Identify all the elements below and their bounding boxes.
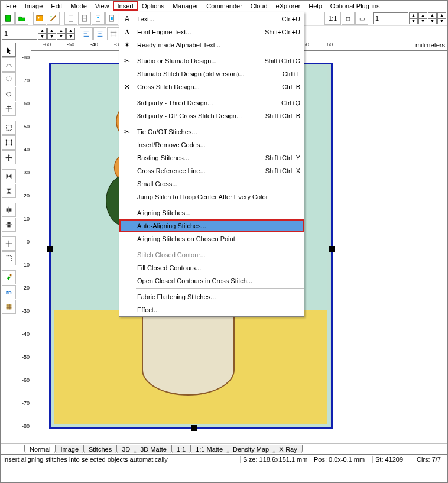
menuitem-font-engine-text[interactable]: 𝐀Font Engine Text...Shift+Ctrl+U [119,25,304,38]
menu-image[interactable]: Image [21,2,47,10]
tool-lasso[interactable] [2,72,16,86]
status-size: Size: 118.6x151.1 mm [241,456,311,463]
svg-point-3 [51,16,52,17]
menu-insert[interactable]: Insert [113,1,138,11]
viewtab-x-ray[interactable]: X-Ray [274,445,303,453]
tb2-spin-3[interactable]: ▲▼ [57,28,66,40]
menuitem-label: Insert/Remove Codes... [137,141,300,148]
tb-spin-1[interactable]: ▲▼ [409,12,418,24]
resize-handle-bottom[interactable] [191,425,197,431]
tool-align-cross[interactable] [2,236,16,251]
menu-help[interactable]: Help [304,2,326,10]
hruler-tick: 60 [327,41,333,47]
tool-pan[interactable] [2,150,16,164]
tb2-spin-1[interactable]: ▲▼ [38,28,47,40]
menuitem-fill-closed-contours[interactable]: Fill Closed Contours... [119,261,304,274]
menuitem-effect[interactable]: Effect... [119,303,304,316]
menu-edit[interactable]: Edit [47,2,66,10]
status-stitches: St: 41209 [373,456,414,463]
resize-handle-right[interactable] [329,246,335,252]
tool-guides[interactable] [2,251,16,265]
menuitem-jump-stitch-to-hoop-center-after-every-color[interactable]: Jump Stitch to Hoop Center After Every C… [119,190,304,203]
tool-3d[interactable]: 3D [2,285,16,299]
menu-manager[interactable]: Manager [168,2,202,10]
menu-file[interactable]: File [2,2,21,10]
menu-explorer[interactable]: eXplorer [272,2,305,10]
menu-view[interactable]: View [91,2,113,10]
cross-stitch-icon: ✕ [122,82,132,92]
viewtab-stitches[interactable]: Stitches [83,445,117,453]
vruler-tick: 20 [24,193,30,199]
menuitem-label: Effect... [137,306,300,313]
menuitem-tie-on-off-stitches[interactable]: ✂Tie On/Off Stitches... [119,125,304,138]
tb-zoom-1to1[interactable]: 1:1 [324,12,341,25]
tb-number-field[interactable] [373,12,408,24]
menuitem-cross-stitch-design[interactable]: ✕Cross Stitch Design...Ctrl+B [119,80,304,93]
tool-rotate[interactable] [2,87,16,101]
tool-transform[interactable] [2,135,16,150]
menuitem-basting-stitches[interactable]: Basting Stitches...Shift+Ctrl+Y [119,151,304,164]
menu-commander[interactable]: Commander [202,2,246,10]
menuitem-cross-reference-line[interactable]: Cross Reference Line...Shift+Ctrl+X [119,164,304,177]
tb-page-c[interactable] [92,12,105,25]
viewtab-image[interactable]: Image [55,445,84,453]
viewtab-density-map[interactable]: Density Map [228,445,274,453]
tool-paint[interactable] [2,270,16,284]
menuitem-insert-remove-codes[interactable]: Insert/Remove Codes... [119,138,304,151]
menu-options[interactable]: Options [138,2,168,10]
menuitem-open-closed-contours-in-cross-stitch[interactable]: Open Closed Contours in Cross Stitch... [119,274,304,287]
viewtab-1-1[interactable]: 1:1 [171,445,191,453]
tb2-spin-2[interactable]: ▲▼ [47,28,56,40]
tool-texture[interactable] [2,300,16,314]
tb-page-a[interactable] [64,12,77,25]
menuitem-small-cross[interactable]: Small Cross... [119,177,304,190]
tool-flip-v[interactable] [2,184,16,198]
menuitem-auto-aligning-stitches[interactable]: Auto-Aligning Stitches... [119,219,304,232]
tb-page-d[interactable] [105,12,118,25]
tb-wizard[interactable] [47,12,60,25]
tool-freehand[interactable] [2,57,16,72]
menuitem-label: Aligning Stitches on Chosen Point [137,235,300,242]
ruler-unit-label: milimeters [415,41,445,48]
tool-move-square[interactable] [2,102,16,116]
menu-mode[interactable]: Mode [66,2,91,10]
tb-spin-2[interactable]: ▲▼ [418,12,427,24]
menuitem-fabric-flattening-stitches[interactable]: Fabric Flattening Stitches... [119,290,304,303]
tb-spin-3[interactable]: ▲▼ [428,12,437,24]
svg-rect-15 [6,140,11,145]
viewtab-3d[interactable]: 3D [116,445,135,453]
menuitem-3rd-party-thred-design[interactable]: 3rd party - Thred Design...Ctrl+Q [119,96,304,109]
menuitem-label: Stitch Closed Contour... [137,251,300,258]
viewtab-3d-matte[interactable]: 3D Matte [135,445,172,453]
tool-select-arrow[interactable] [2,43,16,57]
tb-image[interactable] [33,12,46,25]
menu-cloud[interactable]: Cloud [246,2,272,10]
tb-new[interactable] [2,12,15,25]
menuitem-text[interactable]: AText...Ctrl+U [119,12,304,25]
tb-open[interactable] [15,12,28,25]
menuitem-label: Auto-Aligning Stitches... [137,222,300,229]
tb2-number-field[interactable] [2,28,37,40]
menuitem-aligning-stitches-on-chosen-point[interactable]: Aligning Stitches on Chosen Point [119,232,304,245]
menuitem-sfumato-stitch-design-old-version[interactable]: Sfumato Stitch Design (old version)...Ct… [119,67,304,80]
tb-spin-4[interactable]: ▲▼ [437,12,446,24]
menuitem-ready-made-alphabet-text[interactable]: ✶Ready-made Alphabet Text... [119,38,304,51]
tool-center-v[interactable] [2,218,16,232]
tool-center-h[interactable] [2,203,16,217]
viewtab-normal[interactable]: Normal [24,445,56,453]
menuitem-3rd-party-dp-cross-stitch-design[interactable]: 3rd party - DP Cross Stitch Design...Shi… [119,109,304,122]
tb2-align-a[interactable] [80,27,93,40]
tool-marquee[interactable] [2,121,16,135]
resize-handle-left[interactable] [47,246,53,252]
menuitem-studio-or-sfumato-design[interactable]: ✂Studio or Sfumato Design...Shift+Ctrl+G [119,54,304,67]
tb-page-b[interactable] [78,12,91,25]
tb-zoom-rect[interactable]: □ [342,12,355,25]
menuitem-aligning-stitches[interactable]: Aligning Stitches... [119,206,304,219]
menu-optional-plug-ins[interactable]: Optional Plug-ins [326,2,384,10]
tb2-spin-4[interactable]: ▲▼ [66,28,75,40]
viewtab-1-1-matte[interactable]: 1:1 Matte [190,445,228,453]
tb2-grid[interactable] [107,27,120,40]
tb2-align-b[interactable] [93,27,106,40]
tb-zoom-fit[interactable]: ▭ [355,12,368,25]
tool-flip-h[interactable] [2,169,16,183]
